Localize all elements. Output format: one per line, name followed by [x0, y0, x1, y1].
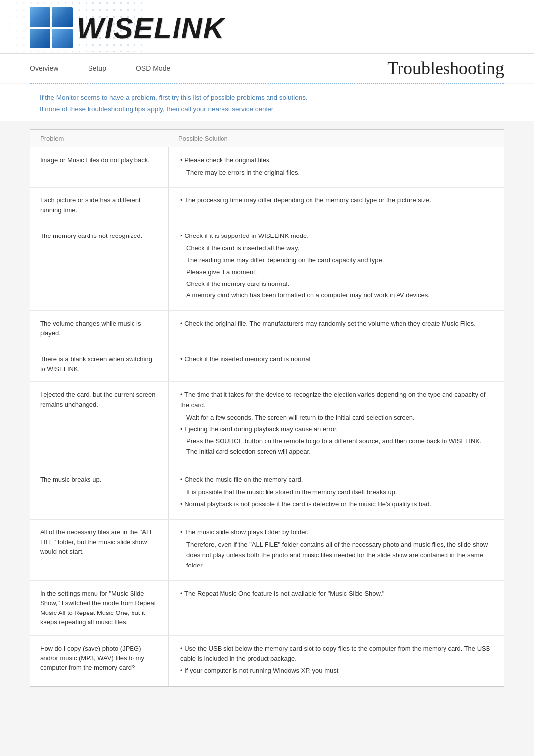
solution-item: If your computer is not running Windows … [180, 666, 492, 676]
solution-sub: Check if the memory card is normal. [180, 279, 492, 289]
solution-item: The time that it takes for the device to… [180, 390, 492, 411]
table-row: Image or Music Files do not play back. P… [30, 147, 504, 188]
intro-line1: If the Monitor seems to have a problem, … [40, 93, 494, 104]
table-row: Each picture or slide has a different ru… [30, 188, 504, 223]
logo-block-4 [52, 29, 73, 48]
problem-cell: Image or Music Files do not play back. [30, 147, 169, 188]
solution-sub: Therefore, even if the "ALL FILE" folder… [180, 540, 492, 570]
solution-cell: Check if the inserted memory card is nor… [169, 346, 504, 381]
solution-item: Please check the original files. [180, 155, 492, 166]
solution-item: Use the USB slot below the memory card s… [180, 644, 492, 664]
solution-sub: It is possible that the music file store… [180, 487, 492, 498]
solution-item: Check the original file. The manufacture… [180, 319, 492, 329]
problem-cell: The volume changes while music is played… [30, 311, 169, 346]
table-row: I ejected the card, but the current scre… [30, 382, 504, 467]
solution-sub: Check if the card is inserted all the wa… [180, 243, 492, 254]
logo-block-2 [52, 7, 73, 27]
solution-cell: Please check the original files. There m… [169, 147, 504, 188]
nav-osd-mode[interactable]: OSD Mode [136, 64, 170, 72]
solution-cell: The time that it takes for the device to… [169, 382, 504, 467]
solution-cell: Check the music file on the memory card.… [169, 467, 504, 519]
solution-item: Ejecting the card during playback may ca… [180, 425, 492, 435]
solution-cell: The Repeat Music One feature is not avai… [169, 581, 504, 635]
problem-cell: I ejected the card, but the current scre… [30, 382, 169, 467]
table-row: All of the necessary files are in the "A… [30, 520, 504, 580]
logo-blocks [30, 7, 73, 48]
table-row: There is a blank screen when switching t… [30, 346, 504, 382]
table-row: The music breaks up. Check the music fil… [30, 467, 504, 520]
table-row: How do I copy (save) photo (JPEG) and/or… [30, 636, 504, 686]
problem-cell: There is a blank screen when switching t… [30, 346, 169, 381]
problem-cell: Each picture or slide has a different ru… [30, 188, 169, 223]
solution-cell: Check if it is supported in WISELINK mod… [169, 223, 504, 310]
solution-cell: The processing time may differ depending… [169, 188, 504, 223]
table-row: In the settings menu for "Music Slide Sh… [30, 581, 504, 636]
solution-sub: The reading time may differ depending on… [180, 255, 492, 266]
solution-cell: Use the USB slot below the memory card s… [169, 636, 504, 686]
problem-cell: The memory card is not recognized. [30, 223, 169, 310]
troubleshooting-table: Problem Possible Solution Image or Music… [30, 129, 504, 687]
table-row: The volume changes while music is played… [30, 311, 504, 346]
solution-sub: Press the SOURCE button on the remote to… [180, 436, 492, 457]
problem-cell: All of the necessary files are in the "A… [30, 520, 169, 580]
solution-item: Normal playback is not possible if the c… [180, 499, 492, 510]
solution-item: The Repeat Music One feature is not avai… [180, 589, 492, 599]
header: WISELINK [0, 0, 534, 53]
solution-cell: Check the original file. The manufacture… [169, 311, 504, 346]
solution-sub: There may be errors in the original file… [180, 168, 492, 178]
header-problem: Problem [30, 130, 169, 147]
solution-item: The music slide show plays folder by fol… [180, 527, 492, 538]
logo: WISELINK [30, 7, 504, 48]
solution-item: Check if it is supported in WISELINK mod… [180, 231, 492, 241]
table-header-row: Problem Possible Solution [30, 130, 504, 147]
solution-item: Check if the inserted memory card is nor… [180, 354, 492, 365]
problem-cell: How do I copy (save) photo (JPEG) and/or… [30, 636, 169, 686]
logo-block-1 [30, 7, 50, 27]
nav-setup[interactable]: Setup [88, 64, 106, 72]
page: WISELINK Overview Setup OSD Mode Trouble… [0, 0, 534, 756]
header-solution: Possible Solution [169, 130, 504, 147]
nav-overview[interactable]: Overview [30, 64, 58, 72]
logo-block-3 [30, 29, 50, 48]
logo-text: WISELINK [77, 11, 225, 45]
problem-cell: The music breaks up. [30, 467, 169, 519]
intro-section: If the Monitor seems to have a problem, … [0, 84, 534, 121]
solution-item: The processing time may differ depending… [180, 195, 492, 206]
intro-line2: If none of these troubleshooting tips ap… [40, 104, 494, 115]
solution-item: Check the music file on the memory card. [180, 475, 492, 485]
nav-separator [30, 83, 504, 84]
table-row: The memory card is not recognized. Check… [30, 223, 504, 311]
nav-troubleshooting[interactable]: Troubleshooting [387, 58, 504, 79]
problem-cell: In the settings menu for "Music Slide Sh… [30, 581, 169, 635]
solution-sub: Wait for a few seconds. The screen will … [180, 413, 492, 423]
nav-bar: Overview Setup OSD Mode Troubleshooting [0, 53, 534, 83]
solution-sub: Please give it a moment. [180, 267, 492, 278]
solution-cell: The music slide show plays folder by fol… [169, 520, 504, 580]
solution-sub: A memory card which has been formatted o… [180, 290, 492, 301]
